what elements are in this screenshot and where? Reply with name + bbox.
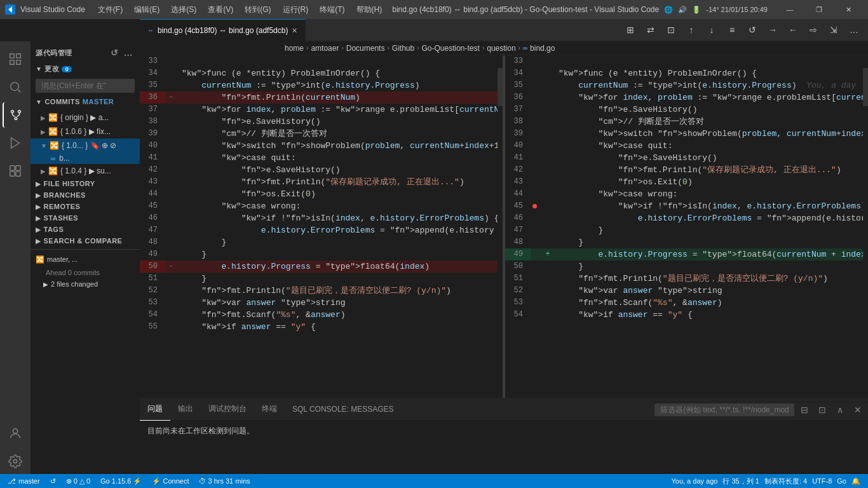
breadcrumb-file[interactable]: bind.go — [530, 44, 555, 53]
commit-group-origin[interactable]: ▶ 🔀 { origin } ▶ a... — [31, 111, 140, 125]
updates-section[interactable]: ▼ 更改 0 — [31, 62, 140, 76]
breadcrumb-documents[interactable]: Documents — [346, 44, 385, 53]
tab-close-button[interactable]: × — [292, 25, 297, 36]
diff-refresh[interactable]: ↺ — [743, 21, 761, 39]
sidebar-icon-explorer[interactable] — [3, 46, 28, 72]
breadcrumb-question[interactable]: question — [487, 44, 515, 53]
encoding-label: UTF-8 — [812, 477, 832, 485]
status-sync[interactable]: ↺ — [48, 474, 58, 488]
diff-expand[interactable]: ⇲ — [825, 21, 843, 39]
filter-icon[interactable]: ⊟ — [797, 402, 812, 417]
wrap-icon[interactable]: ⊡ — [815, 402, 830, 417]
sidebar-icon-settings[interactable] — [3, 449, 28, 474]
line-content: "fn">e.SaveHistory() — [177, 164, 503, 176]
menu-file[interactable]: 文件(F) — [93, 3, 128, 17]
status-indent[interactable]: 制表符长度: 4 — [762, 474, 810, 488]
diff-next-change[interactable]: ↓ — [703, 21, 721, 39]
line-marker — [542, 200, 553, 212]
diff-sidebar-toggle[interactable]: ⊞ — [621, 21, 639, 39]
diff-more-options[interactable]: … — [845, 21, 863, 39]
file-globe-btn[interactable]: 🌐 — [125, 154, 135, 163]
diff-more-action3[interactable]: ⇨ — [804, 21, 822, 39]
status-encoding[interactable]: UTF-8 — [810, 474, 834, 488]
file-history-chevron: ▶ — [36, 180, 41, 187]
file-item-bind[interactable]: ∞ b... ⊟ ⊡ 🌐 — [31, 152, 140, 164]
menu-terminal[interactable]: 终端(T) — [315, 3, 349, 17]
gutter-area — [531, 92, 542, 104]
ahead-info: Ahead 0 commits — [31, 266, 140, 279]
status-git-info[interactable]: You, a day ago — [668, 474, 720, 488]
sidebar-icon-source-control[interactable] — [3, 102, 28, 128]
maximize-button[interactable]: ❐ — [804, 0, 834, 19]
table-row: 33 — [505, 55, 868, 67]
table-row: 52 "kw">var answer "type">string — [505, 285, 868, 297]
tags-section[interactable]: ▶ TAGS — [31, 224, 140, 235]
breadcrumb-amtoaer[interactable]: amtoaer — [311, 44, 339, 53]
collapse-icon[interactable]: ∧ — [832, 402, 848, 417]
status-notifications[interactable]: 🔔 — [849, 474, 863, 488]
remotes-section[interactable]: ▶ REMOTES — [31, 201, 140, 212]
commit-group-1-0-6[interactable]: ▶ 🔀 { 1.0.6 } ▶ fix... — [31, 125, 140, 139]
menu-goto[interactable]: 转到(G) — [240, 3, 276, 17]
status-time[interactable]: ⏱ 3 hrs 31 mins — [196, 474, 252, 488]
file-open-btn[interactable]: ⊡ — [118, 154, 124, 163]
tab-sql-console[interactable]: SQL CONSOLE: MESSAGES — [285, 398, 402, 421]
tab-terminal[interactable]: 终端 — [254, 398, 285, 421]
minimize-button[interactable]: — — [775, 0, 804, 19]
source-control-refresh[interactable]: ↺ — [108, 46, 121, 59]
status-cursor[interactable]: 行 35，列 1 — [720, 474, 761, 488]
menu-view[interactable]: 查看(V) — [203, 3, 238, 17]
time-label: ⏱ 3 hrs 31 mins — [199, 477, 250, 485]
branches-section[interactable]: ▶ BRANCHES — [31, 189, 140, 201]
line-number: 47 — [140, 224, 165, 236]
tab-debug-console[interactable]: 调试控制台 — [201, 398, 254, 421]
status-connect[interactable]: ⚡ Connect — [149, 474, 191, 488]
diff-swap[interactable]: ⇄ — [642, 21, 660, 39]
close-button[interactable]: ✕ — [834, 0, 863, 19]
breadcrumb-project[interactable]: Go-Question-test — [422, 44, 480, 53]
file-compare-btn[interactable]: ⊟ — [110, 154, 116, 163]
commits-section-header[interactable]: ▼ COMMITS master — [31, 95, 140, 108]
breadcrumb-github[interactable]: Github — [392, 44, 414, 53]
diff-prev-change[interactable]: ↑ — [682, 21, 700, 39]
diff-more-action1[interactable]: → — [764, 21, 782, 39]
tab-problems[interactable]: 问题 — [140, 398, 170, 421]
active-tab[interactable]: ↔ bind.go (4cb18f0) ↔ bind.go (adf5dcb) … — [140, 19, 306, 41]
diff-more-action2[interactable]: ← — [784, 21, 802, 39]
source-control-more[interactable]: … — [122, 46, 135, 59]
close-panel-btn[interactable]: ✕ — [850, 402, 865, 417]
sidebar-icon-search[interactable] — [3, 74, 28, 100]
status-go[interactable]: Go 1.15.6 ⚡ — [98, 474, 144, 488]
menu-select[interactable]: 选择(S) — [166, 3, 201, 17]
filter-input[interactable] — [654, 403, 794, 416]
commit-group-active[interactable]: ▼ 🔀 { 1.0... } 🔖 ⊕ ⊘ — [31, 139, 140, 152]
file-history-section[interactable]: ▶ FILE HISTORY — [31, 178, 140, 189]
line-content: } — [177, 248, 503, 261]
line-marker — [165, 212, 177, 224]
line-number: 40 — [505, 140, 531, 152]
commit-group-1-0-4[interactable]: ▶ 🔀 { 1.0.4 } ▶ su... — [31, 164, 140, 178]
table-row: 36- "fn">fmt.Println(currentNum) — [140, 92, 503, 104]
diff-scroll-left[interactable]: 3334"kw">func (e *entity) ProblemInOrder… — [140, 55, 503, 398]
status-language[interactable]: Go — [834, 474, 849, 488]
master-item[interactable]: 🔀 master, ... — [31, 252, 140, 266]
activity-bar — [0, 41, 31, 474]
search-compare-section[interactable]: ▶ SEARCH & COMPARE — [31, 235, 140, 247]
breadcrumb-home[interactable]: home — [285, 44, 304, 53]
tab-output[interactable]: 输出 — [170, 398, 201, 421]
diff-open-file[interactable]: ⊡ — [662, 21, 680, 39]
status-branch[interactable]: ⎇ master — [5, 474, 43, 488]
diff-scroll-right[interactable]: 3334"kw">func (e *entity) ProblemInOrder… — [505, 55, 868, 398]
menu-edit[interactable]: 编辑(E) — [129, 3, 165, 17]
files-changed[interactable]: ▶ 2 files changed — [31, 279, 140, 289]
commit-message-input[interactable] — [36, 79, 135, 93]
diff-inline[interactable]: ≡ — [723, 21, 741, 39]
sidebar-icon-debug[interactable] — [3, 130, 28, 156]
menu-help[interactable]: 帮助(H) — [351, 3, 388, 17]
status-errors[interactable]: ⊗ 0 △ 0 — [64, 474, 93, 488]
line-number: 44 — [140, 188, 165, 200]
menu-run[interactable]: 运行(R) — [278, 3, 314, 17]
sidebar-icon-account[interactable] — [3, 421, 28, 446]
sidebar-icon-extensions[interactable] — [3, 158, 28, 184]
stashes-section[interactable]: ▶ STASHES — [31, 212, 140, 224]
